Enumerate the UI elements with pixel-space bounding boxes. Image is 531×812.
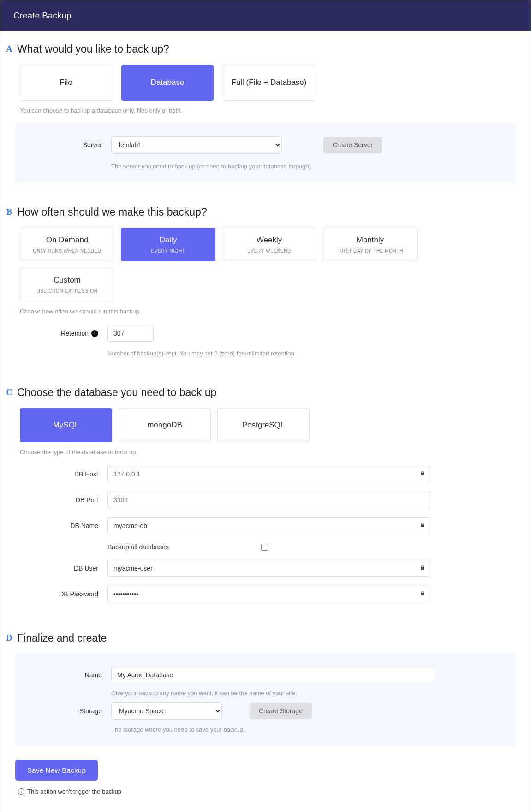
page-title: Create Backup — [13, 11, 72, 20]
section-c-title: C Choose the database you need to back u… — [4, 386, 527, 399]
db-password-input[interactable] — [107, 586, 430, 602]
server-select[interactable]: lemlab1 — [111, 136, 282, 154]
lock-icon — [420, 523, 425, 529]
storage-help: The storage where you need to save your … — [111, 726, 434, 733]
server-label: Server — [24, 141, 102, 149]
step-letter-d: D — [4, 633, 14, 644]
db-host-input[interactable] — [107, 466, 430, 482]
create-server-button[interactable]: Create Server — [323, 137, 382, 153]
name-help: Give your backup any name you want, it c… — [111, 690, 434, 697]
create-storage-button[interactable]: Create Storage — [250, 703, 312, 719]
section-b-title: B How often should we make this backup? — [4, 206, 527, 218]
db-port-label: DB Port — [20, 496, 98, 504]
storage-label: Storage — [24, 707, 102, 715]
retention-label: Retention — [61, 330, 89, 337]
retention-input[interactable] — [107, 325, 154, 342]
lock-icon — [420, 471, 425, 478]
info-icon[interactable]: i — [91, 330, 98, 337]
step-d-heading: Finalize and create — [17, 632, 107, 644]
db-type-postgresql[interactable]: PostgreSQL — [217, 408, 310, 442]
freq-daily[interactable]: Daily EVERY NIGHT — [121, 228, 215, 261]
retention-help: Number of backup(s) kept. You may set 0 … — [107, 350, 430, 357]
step-letter-b: B — [4, 207, 14, 217]
backup-type-database[interactable]: Database — [121, 65, 214, 101]
backup-all-label: Backup all databases — [107, 543, 169, 551]
db-user-label: DB User — [20, 565, 98, 572]
submit-note: i This action won't trigger the backup — [4, 785, 527, 804]
server-panel: Server lemlab1 Create Server The server … — [15, 123, 516, 183]
db-host-label: DB Host — [20, 470, 98, 478]
lock-icon — [420, 565, 425, 572]
step-letter-c: C — [4, 388, 14, 398]
backup-type-full[interactable]: Full (File + Database) — [223, 65, 315, 101]
storage-select[interactable]: Myacme Space — [111, 702, 222, 720]
freq-weekly[interactable]: Weekly EVERY WEEKEND — [222, 228, 316, 261]
finalize-panel: Name Give your backup any name you want,… — [15, 654, 516, 746]
db-password-label: DB Password — [20, 590, 98, 598]
step-c-heading: Choose the database you need to back up — [17, 386, 216, 399]
section-d-title: D Finalize and create — [4, 632, 527, 644]
freq-on-demand[interactable]: On Demand ONLY RUNS WHEN NEEDED — [20, 228, 114, 261]
db-port-input[interactable] — [107, 492, 430, 508]
db-name-input[interactable] — [107, 517, 430, 534]
lock-icon — [420, 591, 425, 598]
db-type-help: Choose the type of the database to back … — [4, 442, 527, 459]
freq-custom[interactable]: Custom USE CRON EXPRESSION — [20, 268, 114, 301]
db-name-label: DB Name — [20, 522, 98, 529]
server-help: The server you need to back up (or need … — [111, 163, 434, 170]
page-header: Create Backup — [0, 0, 531, 31]
step-b-heading: How often should we make this backup? — [17, 206, 207, 218]
section-a-title: A What would you like to back up? — [4, 43, 527, 55]
backup-name-input[interactable] — [111, 667, 434, 683]
freq-monthly[interactable]: Monthly FIRST DAY OF THE MONTH — [323, 228, 418, 261]
backup-all-checkbox[interactable] — [261, 544, 268, 551]
db-user-input[interactable] — [107, 560, 430, 577]
step-a-heading: What would you like to back up? — [17, 43, 169, 55]
backup-type-help: You can choose to backup a database only… — [4, 101, 527, 118]
step-letter-a: A — [4, 44, 14, 54]
backup-type-file[interactable]: File — [20, 65, 112, 101]
save-backup-button[interactable]: Save New Backup — [15, 760, 98, 781]
freq-help: Choose how often we should run this back… — [4, 301, 527, 319]
name-label: Name — [24, 671, 102, 679]
db-type-mysql[interactable]: MySQL — [20, 408, 112, 442]
db-type-mongodb[interactable]: mongoDB — [119, 408, 211, 442]
info-icon: i — [18, 788, 24, 795]
